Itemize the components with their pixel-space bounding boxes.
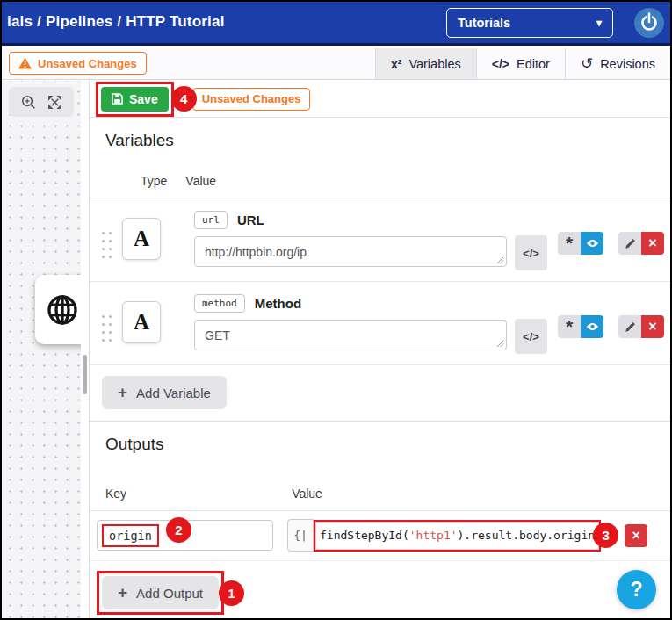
output-value-group: {| findStepById('http1').result.body.ori… <box>287 519 647 552</box>
section-divider <box>90 421 670 422</box>
variable-actions-left: * <box>558 315 603 354</box>
tab-editor[interactable]: </> Editor <box>476 48 565 79</box>
save-disk-icon <box>112 93 123 105</box>
variable-value-textarea[interactable]: GET <box>194 320 507 350</box>
variables-column-headers: Type Value <box>90 174 670 198</box>
pencil-icon <box>625 238 636 249</box>
scrollbar-thumb[interactable] <box>83 355 87 394</box>
http-step-node[interactable] <box>35 275 81 344</box>
plus-icon: + <box>118 383 127 402</box>
delete-variable-button[interactable]: × <box>641 315 664 338</box>
canvas-zoom-toolbar <box>9 87 74 117</box>
annotation-box-value: findStepById('http1').result.body.origin <box>314 520 601 552</box>
variable-field: url URL http://httpbin.org/ip <box>194 209 507 270</box>
chevron-down-icon: ▾ <box>596 17 602 29</box>
resize-handle-icon[interactable] <box>496 340 504 348</box>
history-icon: ↺ <box>581 54 593 73</box>
expression-prefix: {| <box>287 519 314 552</box>
warning-icon <box>18 57 32 69</box>
variables-icon: x² <box>391 57 401 71</box>
globe-icon <box>45 292 80 328</box>
drag-handle-icon[interactable] <box>102 315 112 342</box>
zoom-in-icon[interactable] <box>21 95 36 110</box>
delete-variable-button[interactable]: × <box>641 232 664 255</box>
annotation-step-4: 4 <box>171 86 197 112</box>
variable-row-url: A url URL http://httpbin.org/ip </> * <box>90 198 670 282</box>
output-value-input[interactable]: findStepById('http1').result.body.origin <box>315 522 599 550</box>
annotation-step-2: 2 <box>166 517 191 543</box>
project-dropdown[interactable]: Tutorials ▾ <box>446 8 613 38</box>
power-icon <box>632 6 666 40</box>
required-asterisk-button[interactable]: * <box>558 232 581 255</box>
edit-button[interactable] <box>618 315 641 338</box>
plus-icon: + <box>118 583 127 602</box>
variable-actions-right: × <box>618 232 664 270</box>
column-header-key: Key <box>105 487 126 501</box>
step-details-panel: Save 4 Unsaved Changes Variables Type Va… <box>89 81 670 618</box>
column-header-type: Type <box>141 174 167 188</box>
variable-actions-right: × <box>618 315 664 354</box>
variable-actions-left: * <box>558 232 603 270</box>
output-row-origin: origin 2 {| findStepById('http1').result… <box>90 511 670 561</box>
code-mode-button[interactable]: </> <box>515 319 547 354</box>
add-output-button[interactable]: + Add Output <box>102 576 219 609</box>
variables-section-title: Variables <box>105 131 670 150</box>
variable-field: method Method GET <box>194 292 507 354</box>
variable-type-selector[interactable]: A <box>122 301 161 343</box>
outputs-column-headers: Key Value <box>90 487 670 511</box>
drag-handle-icon[interactable] <box>102 232 112 258</box>
eye-icon <box>586 322 599 331</box>
variable-type-selector[interactable]: A <box>122 218 161 260</box>
column-header-value: Value <box>292 487 322 501</box>
annotation-step-1: 1 <box>219 580 244 606</box>
top-navbar: ials / Pipelines / HTTP Tutorial Tutoria… <box>2 2 670 46</box>
visibility-button[interactable] <box>581 315 603 338</box>
variable-key-badge: url <box>194 211 228 229</box>
delete-output-button[interactable]: × <box>625 524 647 547</box>
variable-key-badge: method <box>194 294 245 313</box>
project-dropdown-value: Tutorials <box>458 16 510 30</box>
required-asterisk-button[interactable]: * <box>558 315 581 338</box>
annotation-box-save: Save <box>96 82 174 117</box>
outputs-section-title: Outputs <box>105 435 670 454</box>
eye-icon <box>586 239 599 248</box>
breadcrumb[interactable]: ials / Pipelines / HTTP Tutorial <box>7 13 225 31</box>
pipeline-canvas[interactable] <box>2 81 81 618</box>
variable-row-method: A method Method GET </> * <box>90 282 670 365</box>
save-button[interactable]: Save <box>101 87 169 112</box>
tab-revisions[interactable]: ↺ Revisions <box>565 48 670 79</box>
view-tabs: x² Variables </> Editor ↺ Revisions <box>375 48 670 79</box>
tab-variables[interactable]: x² Variables <box>375 48 476 79</box>
column-header-value: Value <box>185 174 216 188</box>
annotation-step-3: 3 <box>593 523 618 548</box>
variable-label: Method <box>255 296 301 311</box>
app-window: ials / Pipelines / HTTP Tutorial Tutoria… <box>0 0 672 620</box>
add-variable-button[interactable]: + Add Variable <box>102 376 227 409</box>
status-tab-bar: Unsaved Changes x² Variables </> Editor … <box>2 48 670 80</box>
add-output-row: + Add Output 1 <box>90 561 670 615</box>
variable-label: URL <box>237 213 264 227</box>
string-literal: 'http1' <box>409 529 458 542</box>
edit-button[interactable] <box>618 232 641 255</box>
code-icon: </> <box>492 57 509 71</box>
unsaved-changes-label: Unsaved Changes <box>192 88 311 111</box>
fit-to-screen-icon[interactable] <box>48 96 61 109</box>
annotation-box-key: origin <box>102 524 159 547</box>
power-button[interactable] <box>632 6 666 40</box>
unsaved-changes-badge: Unsaved Changes <box>9 52 147 75</box>
visibility-button[interactable] <box>581 232 603 255</box>
save-toolbar: Save 4 Unsaved Changes <box>90 81 670 118</box>
pencil-icon <box>625 321 636 333</box>
resize-handle-icon[interactable] <box>496 256 504 264</box>
help-button[interactable]: ? <box>617 570 656 609</box>
scrollbar-track <box>81 81 89 618</box>
annotation-box-add-output: + Add Output <box>97 571 224 615</box>
variable-value-textarea[interactable]: http://httpbin.org/ip <box>194 236 507 267</box>
code-mode-button[interactable]: </> <box>515 235 547 270</box>
